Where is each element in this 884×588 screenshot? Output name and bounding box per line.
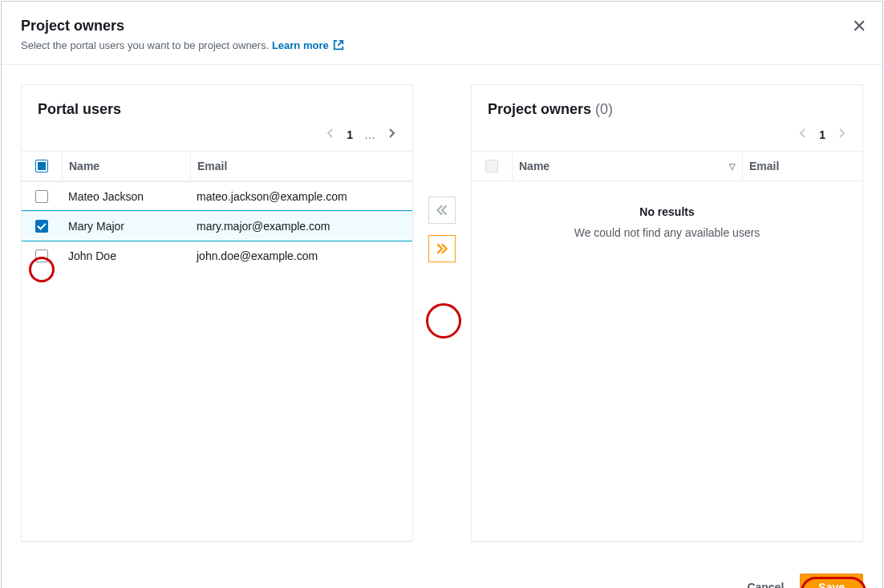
dialog-title: Project owners [21, 18, 863, 34]
chevron-left-icon[interactable] [326, 128, 335, 141]
remove-owners-button[interactable] [428, 197, 456, 224]
column-email[interactable]: Email [742, 152, 862, 180]
table-row[interactable]: Mateo Jacksonmateo.jackson@example.com [22, 181, 412, 211]
project-owners-table-head: Name ▽ Email [472, 151, 862, 181]
project-owners-pager: 1 [472, 121, 862, 151]
project-owners-heading: Project owners (0) [472, 85, 862, 121]
empty-state: No results We could not find any availab… [472, 181, 862, 263]
external-link-icon [333, 39, 344, 51]
table-row[interactable]: John Doejohn.doe@example.com [22, 241, 412, 270]
portal-users-panel: Portal users 1 … Name Email Mateo Jackso… [21, 84, 413, 541]
row-name: Mateo Jackson [62, 182, 190, 211]
cancel-button[interactable]: Cancel [747, 581, 784, 588]
dialog-footer: Cancel Save [2, 561, 882, 588]
portal-users-pager: 1 … [22, 121, 412, 151]
empty-message: We could not find any available users [488, 226, 846, 239]
row-checkbox[interactable] [35, 190, 48, 203]
dialog-body: Portal users 1 … Name Email Mateo Jackso… [2, 65, 882, 561]
page-number: 1 [347, 128, 353, 141]
row-name: John Doe [62, 241, 190, 270]
row-email: john.doe@example.com [190, 241, 412, 270]
page-number: 1 [819, 128, 825, 141]
project-owners-rows: No results We could not find any availab… [472, 181, 862, 541]
save-button[interactable]: Save [800, 574, 863, 588]
dialog-header: Project owners Select the portal users y… [2, 2, 882, 65]
sort-icon: ▽ [729, 162, 736, 171]
select-all-checkbox[interactable] [485, 160, 498, 172]
select-all-checkbox[interactable] [35, 160, 48, 172]
chevron-right-icon[interactable] [837, 128, 846, 141]
column-name[interactable]: Name ▽ [512, 152, 742, 180]
page-ellipsis: … [364, 128, 375, 141]
project-owners-panel: Project owners (0) 1 Name ▽ Emai [471, 84, 863, 541]
row-checkbox[interactable] [35, 220, 48, 233]
row-checkbox[interactable] [35, 249, 48, 262]
row-email: mateo.jackson@example.com [190, 182, 412, 211]
chevron-right-icon[interactable] [387, 128, 396, 141]
portal-users-table-head: Name Email [22, 151, 412, 181]
learn-more-link[interactable]: Learn more [272, 39, 344, 51]
table-row[interactable]: Mary Majormary.major@example.com [22, 211, 412, 241]
portal-users-rows: Mateo Jacksonmateo.jackson@example.comMa… [22, 181, 412, 541]
row-email: mary.major@example.com [190, 212, 412, 241]
row-name: Mary Major [62, 212, 190, 241]
empty-title: No results [488, 205, 846, 218]
column-name[interactable]: Name [62, 152, 190, 180]
dialog-subtitle: Select the portal users you want to be p… [21, 39, 863, 51]
project-owners-dialog: Project owners Select the portal users y… [1, 1, 883, 588]
transfer-controls [423, 84, 461, 262]
portal-users-heading: Portal users [22, 85, 412, 121]
column-email[interactable]: Email [190, 152, 412, 180]
chevron-left-icon[interactable] [798, 128, 808, 141]
add-owners-button[interactable] [428, 235, 456, 262]
close-icon[interactable]: ✕ [852, 18, 866, 35]
